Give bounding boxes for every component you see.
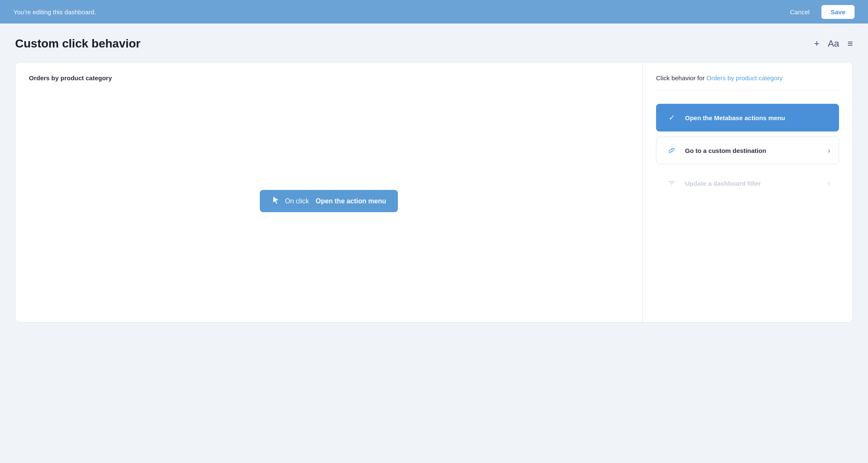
add-button[interactable]: + (814, 38, 819, 49)
banner-actions: Cancel Save (785, 5, 855, 19)
filter-button[interactable]: ≡ (847, 38, 853, 49)
right-panel: Click behavior for Orders by product cat… (643, 63, 852, 322)
option-dashboard-filter: Update a dashboard filter › (656, 169, 839, 197)
action-label: Open the action menu (316, 197, 386, 205)
option-list: ✓ Open the Metabase actions menu Go to a… (656, 100, 839, 197)
link-icon (665, 144, 678, 157)
banner-text: You're editing this dashboard. (13, 8, 96, 16)
chart-body: On click Open the action menu (29, 92, 629, 310)
chevron-right-icon: › (828, 146, 830, 155)
click-behavior-button[interactable]: On click Open the action menu (260, 190, 398, 212)
page-title: Custom click behavior (15, 37, 141, 50)
option-open-actions-menu[interactable]: ✓ Open the Metabase actions menu (656, 104, 839, 132)
cursor-icon (272, 196, 280, 206)
text-size-button[interactable]: Aa (828, 38, 839, 49)
header-prefix: Click behavior for (656, 74, 706, 82)
option-label-dashboard-filter: Update a dashboard filter (685, 180, 821, 187)
filter-lines-icon (665, 176, 678, 190)
on-click-label: On click (285, 197, 309, 205)
header-link[interactable]: Orders by product category (706, 74, 783, 82)
chart-title: Orders by product category (29, 74, 629, 82)
checkmark-icon: ✓ (665, 111, 678, 124)
content-layout: Orders by product category On click Open… (15, 62, 853, 323)
option-label-open-actions: Open the Metabase actions menu (685, 114, 830, 121)
top-banner: You're editing this dashboard. Cancel Sa… (0, 0, 868, 24)
header-icons: + Aa ≡ (814, 38, 853, 49)
right-panel-header: Click behavior for Orders by product cat… (656, 74, 839, 90)
option-custom-destination[interactable]: Go to a custom destination › (656, 137, 839, 164)
page-header: Custom click behavior + Aa ≡ (15, 37, 853, 50)
cancel-button[interactable]: Cancel (785, 6, 815, 18)
save-button[interactable]: Save (821, 5, 855, 19)
option-label-custom-dest: Go to a custom destination (685, 147, 821, 154)
chevron-right-disabled-icon: › (828, 179, 830, 188)
chart-panel: Orders by product category On click Open… (16, 63, 643, 322)
main-area: Custom click behavior + Aa ≡ Orders by p… (0, 24, 868, 338)
